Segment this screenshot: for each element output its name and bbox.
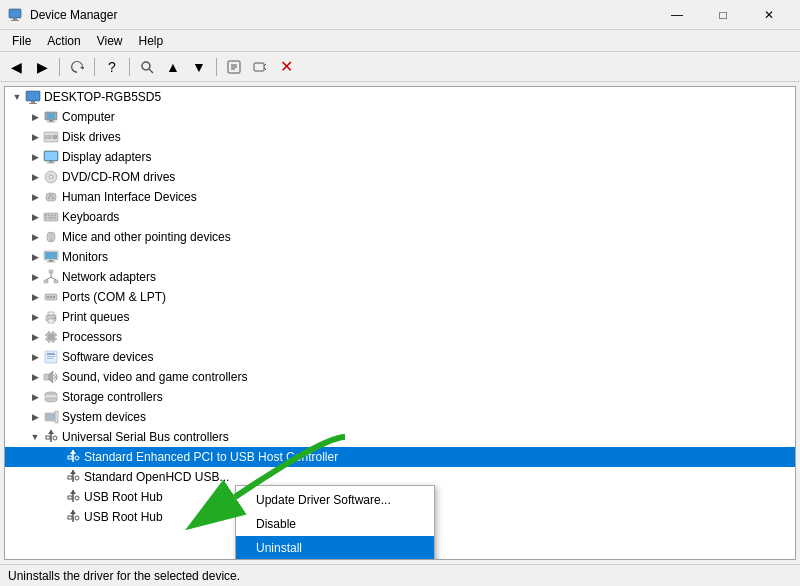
svg-point-56 [47, 296, 49, 298]
expand-storage[interactable]: ▶ [27, 389, 43, 405]
ctx-update-driver[interactable]: Update Driver Software... [236, 488, 434, 512]
expand-system[interactable]: ▶ [27, 409, 43, 425]
tree-item-network[interactable]: ▶ Network adapters [5, 267, 795, 287]
tree-item-keyboard[interactable]: ▶ Keyboards [5, 207, 795, 227]
toolbar-properties[interactable] [222, 55, 246, 79]
toolbar-down[interactable]: ▼ [187, 55, 211, 79]
tree-item-software[interactable]: ▶ Software devices [5, 347, 795, 367]
tree-label-disk: Disk drives [62, 130, 121, 144]
expand-keyboard[interactable]: ▶ [27, 209, 43, 225]
svg-rect-12 [26, 91, 40, 101]
toolbar-search[interactable] [135, 55, 159, 79]
expand-hid[interactable]: ▶ [27, 189, 43, 205]
svg-point-20 [53, 135, 57, 139]
expand-print[interactable]: ▶ [27, 309, 43, 325]
tree-item-print[interactable]: ▶ Print queues [5, 307, 795, 327]
expand-network[interactable]: ▶ [27, 269, 43, 285]
tree-root[interactable]: ▼ DESKTOP-RGB5SD5 [5, 87, 795, 107]
tree-label-usb-root1: USB Root Hub [84, 490, 163, 504]
svg-rect-77 [44, 374, 49, 380]
toolbar-up[interactable]: ▲ [161, 55, 185, 79]
title-bar-controls[interactable]: — □ ✕ [654, 0, 792, 30]
svg-rect-95 [68, 476, 72, 479]
menu-view[interactable]: View [89, 32, 131, 50]
tree-item-disk[interactable]: ▶ Disk drives [5, 127, 795, 147]
svg-point-32 [48, 197, 50, 199]
minimize-button[interactable]: — [654, 0, 700, 30]
toolbar-forward[interactable]: ▶ [30, 55, 54, 79]
expand-ports[interactable]: ▶ [27, 289, 43, 305]
svg-rect-91 [68, 456, 72, 459]
expand-display[interactable]: ▶ [27, 149, 43, 165]
tree-item-computer[interactable]: ▶ Computer [5, 107, 795, 127]
app-icon [8, 7, 24, 23]
expand-dvd[interactable]: ▶ [27, 169, 43, 185]
toolbar: ◀ ▶ ? ▲ ▼ ✕ [0, 52, 800, 82]
ctx-disable[interactable]: Disable [236, 512, 434, 536]
expand-mice[interactable]: ▶ [27, 229, 43, 245]
toolbar-scan[interactable] [248, 55, 272, 79]
tree-item-system[interactable]: ▶ System devices [5, 407, 795, 427]
svg-rect-49 [49, 270, 53, 273]
menu-help[interactable]: Help [131, 32, 172, 50]
menu-action[interactable]: Action [39, 32, 88, 50]
svg-rect-61 [48, 312, 54, 315]
device-tree[interactable]: ▼ DESKTOP-RGB5SD5 ▶ Computer ▶ [4, 86, 796, 560]
tree-item-dvd[interactable]: ▶ DVD/CD-ROM drives [5, 167, 795, 187]
svg-rect-74 [47, 353, 55, 355]
tree-item-sound[interactable]: ▶ Sound, video and game controllers [5, 367, 795, 387]
software-icon [43, 349, 59, 365]
close-button[interactable]: ✕ [746, 0, 792, 30]
tree-label-ports: Ports (COM & LPT) [62, 290, 166, 304]
sound-icon [43, 369, 59, 385]
toolbar-back[interactable]: ◀ [4, 55, 28, 79]
svg-rect-64 [48, 334, 54, 340]
expand-processors[interactable]: ▶ [27, 329, 43, 345]
tree-item-mice[interactable]: ▶ Mice and other pointing devices [5, 227, 795, 247]
tree-label-system: System devices [62, 410, 146, 424]
svg-rect-38 [54, 215, 56, 217]
svg-rect-76 [47, 358, 53, 359]
menu-file[interactable]: File [4, 32, 39, 50]
port-icon [43, 289, 59, 305]
expand-usb[interactable]: ▼ [27, 429, 43, 445]
svg-marker-102 [70, 510, 76, 514]
expand-software[interactable]: ▶ [27, 349, 43, 365]
expand-root[interactable]: ▼ [9, 89, 25, 105]
svg-rect-24 [49, 161, 53, 163]
expand-monitors[interactable]: ▶ [27, 249, 43, 265]
svg-rect-84 [46, 414, 54, 420]
maximize-button[interactable]: □ [700, 0, 746, 30]
toolbar-remove[interactable]: ✕ [274, 55, 298, 79]
tree-item-usb[interactable]: ▼ Universal Serial Bus controllers [5, 427, 795, 447]
usb-device-icon2 [65, 469, 81, 485]
tree-label-processors: Processors [62, 330, 122, 344]
toolbar-refresh[interactable] [65, 55, 89, 79]
svg-rect-46 [45, 252, 57, 259]
tree-label-dvd: DVD/CD-ROM drives [62, 170, 175, 184]
tree-label-sound: Sound, video and game controllers [62, 370, 247, 384]
expand-computer[interactable]: ▶ [27, 109, 43, 125]
ctx-uninstall[interactable]: Uninstall [236, 536, 434, 560]
tree-item-processors[interactable]: ▶ Processors [5, 327, 795, 347]
tree-item-storage[interactable]: ▶ Storage controllers [5, 387, 795, 407]
tree-item-display[interactable]: ▶ Display adapters [5, 147, 795, 167]
svg-rect-47 [49, 260, 53, 262]
tree-label-software: Software devices [62, 350, 153, 364]
expand-disk[interactable]: ▶ [27, 129, 43, 145]
display-icon [43, 149, 59, 165]
tree-item-usb-openhcd[interactable]: ▶ Standard OpenHCD USB... [5, 467, 795, 487]
svg-point-104 [75, 516, 79, 520]
tree-label-network: Network adapters [62, 270, 156, 284]
system-icon [43, 409, 59, 425]
tree-item-ports[interactable]: ▶ Ports (COM & LPT) [5, 287, 795, 307]
toolbar-separator-4 [216, 58, 217, 76]
svg-rect-17 [49, 120, 53, 122]
tree-item-usb-standard-enhanced[interactable]: ▶ Standard Enhanced PCI to USB Host Cont… [5, 447, 795, 467]
tree-item-hid[interactable]: ▶ Human Interface Devices [5, 187, 795, 207]
tree-label-print: Print queues [62, 310, 129, 324]
tree-item-monitors[interactable]: ▶ Monitors [5, 247, 795, 267]
expand-sound[interactable]: ▶ [27, 369, 43, 385]
monitor-icon2 [43, 249, 59, 265]
toolbar-help[interactable]: ? [100, 55, 124, 79]
